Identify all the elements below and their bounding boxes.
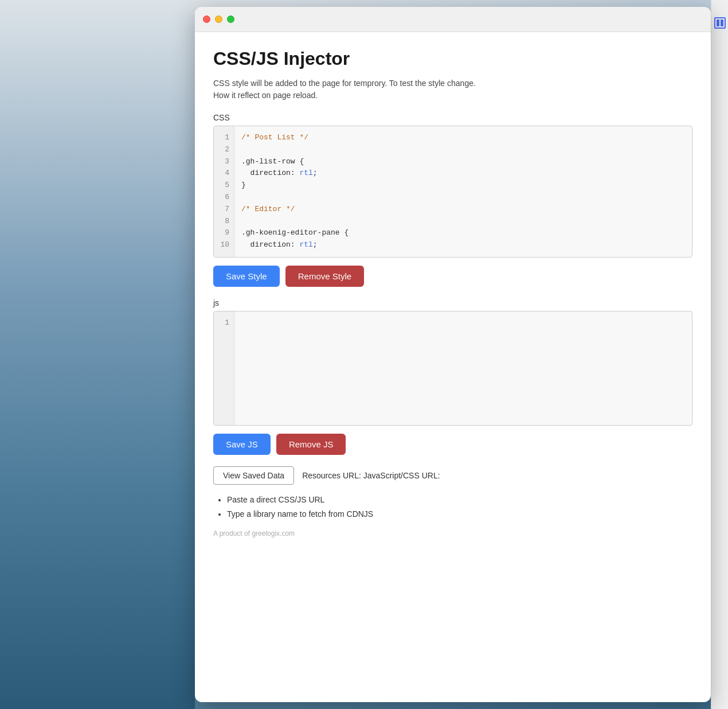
footer-text: A product of greelogix.com	[213, 529, 692, 537]
maximize-button[interactable]	[227, 15, 234, 23]
css-editor[interactable]: 1 2 3 4 5 6 7 8 9 10 /* Post List */ .gh…	[213, 126, 692, 258]
sidebar-panel-icon[interactable]	[714, 17, 726, 29]
bullet-item-1: Paste a direct CSS/JS URL	[227, 494, 692, 506]
css-line-numbers: 1 2 3 4 5 6 7 8 9 10	[214, 126, 234, 257]
js-line-numbers: 1	[214, 311, 234, 425]
description-text: CSS style will be added to the page for …	[213, 77, 692, 102]
js-code-content[interactable]	[234, 311, 692, 425]
svg-rect-0	[717, 20, 719, 26]
css-code-content[interactable]: /* Post List */ .gh-list-row { direction…	[234, 126, 692, 257]
desktop-left-panel	[0, 0, 195, 709]
js-editor[interactable]: 1	[213, 311, 692, 426]
sidebar-right	[711, 0, 728, 709]
bullet-list: Paste a direct CSS/JS URL Type a library…	[227, 494, 692, 520]
main-window: CSS/JS Injector CSS style will be added …	[195, 7, 711, 702]
remove-style-button[interactable]: Remove Style	[285, 266, 364, 287]
minimize-button[interactable]	[215, 15, 222, 23]
window-content: CSS/JS Injector CSS style will be added …	[195, 32, 711, 702]
page-title: CSS/JS Injector	[213, 48, 692, 69]
save-js-button[interactable]: Save JS	[213, 434, 271, 455]
bullet-item-2: Type a library name to fetch from CDNJS	[227, 508, 692, 520]
css-section-label: CSS	[213, 113, 692, 122]
close-button[interactable]	[203, 15, 210, 23]
bottom-row: View Saved Data Resources URL: JavaScrip…	[213, 466, 692, 485]
js-button-row: Save JS Remove JS	[213, 434, 692, 455]
svg-rect-1	[721, 20, 723, 26]
css-button-row: Save Style Remove Style	[213, 266, 692, 287]
remove-js-button[interactable]: Remove JS	[276, 434, 346, 455]
save-style-button[interactable]: Save Style	[213, 266, 280, 287]
view-saved-data-button[interactable]: View Saved Data	[213, 466, 294, 485]
js-section-label: js	[213, 298, 692, 307]
resources-text: Resources URL: JavaScript/CSS URL:	[302, 471, 440, 480]
titlebar	[195, 7, 711, 32]
